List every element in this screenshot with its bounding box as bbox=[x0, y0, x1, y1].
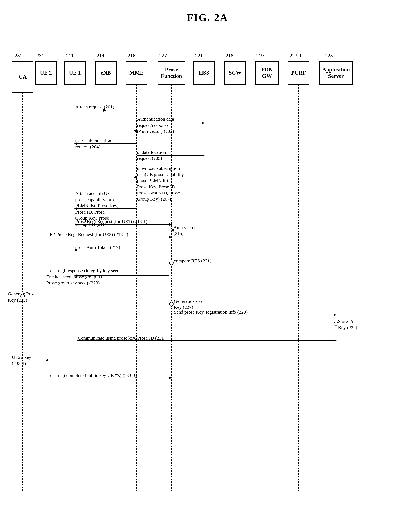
entity-MME: MME bbox=[126, 61, 148, 85]
svg-point-37 bbox=[169, 302, 173, 306]
entity-UE2: UE 2 bbox=[35, 61, 57, 85]
entity-PCRF: PCRF bbox=[288, 61, 309, 85]
entity-UE1: UE 1 bbox=[64, 61, 86, 85]
entity-HSS: HSS bbox=[193, 61, 215, 85]
svg-marker-16 bbox=[134, 130, 137, 132]
svg-point-36 bbox=[21, 294, 25, 298]
entity-eNB: eNB bbox=[95, 61, 117, 85]
svg-marker-22 bbox=[134, 176, 137, 179]
svg-point-40 bbox=[334, 322, 338, 326]
entity-SGW: SGW bbox=[224, 61, 246, 85]
entity-AppServer: ApplicationServer bbox=[319, 61, 353, 85]
svg-marker-35 bbox=[74, 274, 77, 277]
entity-Prose: ProseFunction bbox=[158, 61, 185, 85]
entity-PDN: PDNGW bbox=[255, 61, 279, 85]
svg-point-33 bbox=[169, 261, 173, 265]
entity-CA: CA bbox=[12, 61, 33, 93]
svg-marker-12 bbox=[103, 109, 106, 112]
